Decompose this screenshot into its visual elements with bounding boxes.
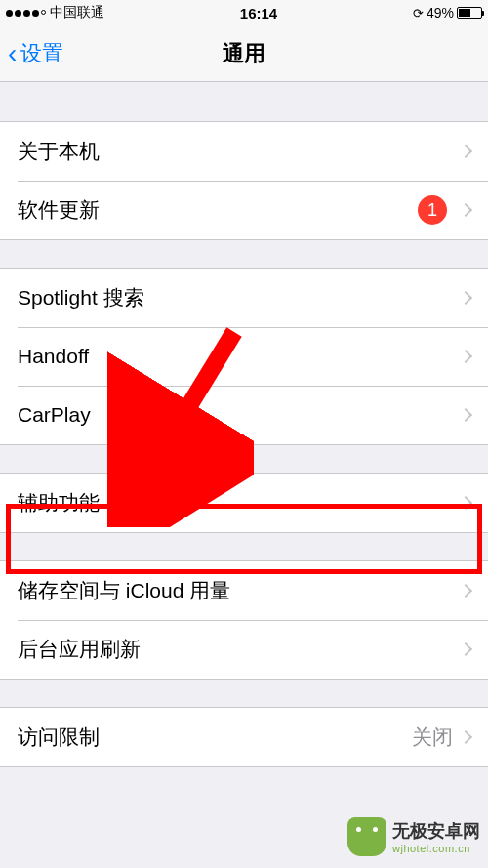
- watermark-text: 无极安卓网 wjhotel.com.cn: [392, 819, 480, 854]
- status-right: ⟳ 49%: [413, 5, 482, 21]
- chevron-right-icon: [459, 496, 472, 510]
- row-label: 后台应用刷新: [18, 636, 461, 663]
- row-accessibility[interactable]: 辅助功能: [0, 474, 488, 532]
- row-restrictions[interactable]: 访问限制 关闭: [0, 708, 488, 766]
- signal-strength-icon: [6, 10, 46, 17]
- row-label: 关于本机: [18, 138, 461, 165]
- row-label: Handoff: [18, 345, 461, 368]
- settings-group-1: 关于本机 软件更新 1: [0, 121, 488, 240]
- row-label: 访问限制: [18, 723, 412, 751]
- orientation-lock-icon: ⟳: [413, 6, 424, 21]
- settings-group-3: 辅助功能: [0, 473, 488, 533]
- row-label: Spotlight 搜索: [18, 284, 461, 311]
- chevron-right-icon: [459, 408, 472, 422]
- settings-group-4: 储存空间与 iCloud 用量 后台应用刷新: [0, 560, 488, 680]
- row-label: 软件更新: [18, 196, 418, 224]
- chevron-right-icon: [459, 350, 472, 363]
- watermark-sub: wjhotel.com.cn: [392, 843, 480, 854]
- battery-pct: 49%: [427, 5, 454, 21]
- row-storage-icloud[interactable]: 储存空间与 iCloud 用量: [0, 561, 488, 620]
- status-left: 中国联通: [6, 4, 104, 21]
- nav-bar: ‹ 设置 通用: [0, 25, 488, 82]
- chevron-right-icon: [459, 291, 472, 305]
- row-spotlight[interactable]: Spotlight 搜索: [0, 269, 488, 327]
- chevron-right-icon: [459, 203, 472, 217]
- settings-group-2: Spotlight 搜索 Handoff CarPlay: [0, 268, 488, 445]
- settings-group-5: 访问限制 关闭: [0, 707, 488, 767]
- status-bar: 中国联通 16:14 ⟳ 49%: [0, 0, 488, 25]
- row-carplay[interactable]: CarPlay: [0, 386, 488, 444]
- page-title: 通用: [223, 39, 265, 68]
- chevron-right-icon: [459, 145, 472, 158]
- row-label: 储存空间与 iCloud 用量: [18, 577, 461, 604]
- battery-icon: [457, 7, 482, 19]
- watermark-title: 无极安卓网: [392, 819, 480, 843]
- chevron-right-icon: [459, 584, 472, 598]
- chevron-left-icon: ‹: [8, 40, 17, 67]
- row-about[interactable]: 关于本机: [0, 122, 488, 181]
- row-value: 关闭: [412, 723, 453, 751]
- notification-badge: 1: [418, 195, 447, 225]
- row-label: 辅助功能: [18, 489, 461, 517]
- row-handoff[interactable]: Handoff: [0, 327, 488, 386]
- watermark: 无极安卓网 wjhotel.com.cn: [347, 817, 480, 856]
- android-logo-icon: [347, 817, 386, 856]
- chevron-right-icon: [459, 642, 472, 656]
- row-label: CarPlay: [18, 403, 461, 427]
- status-time: 16:14: [240, 5, 277, 21]
- row-background-refresh[interactable]: 后台应用刷新: [0, 620, 488, 679]
- chevron-right-icon: [459, 730, 472, 744]
- row-software-update[interactable]: 软件更新 1: [0, 181, 488, 239]
- back-label: 设置: [20, 39, 63, 68]
- back-button[interactable]: ‹ 设置: [0, 39, 63, 68]
- carrier-label: 中国联通: [50, 4, 104, 21]
